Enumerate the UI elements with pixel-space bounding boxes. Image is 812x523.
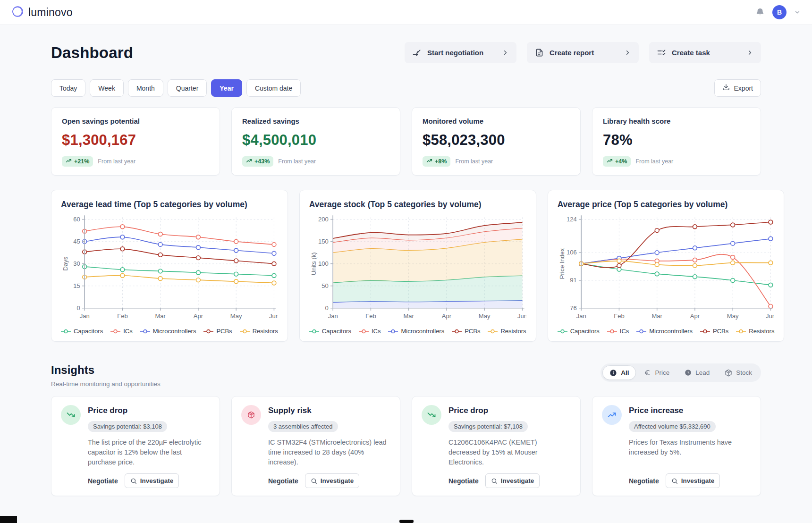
- svg-text:45: 45: [73, 238, 80, 245]
- svg-text:0: 0: [325, 304, 328, 312]
- brand-name: luminovo: [28, 6, 73, 19]
- insight-type: Price increase: [629, 406, 751, 415]
- document-icon: [534, 48, 544, 58]
- legend-item: Capacitors: [309, 328, 351, 335]
- legend-marker-icon: [110, 329, 120, 334]
- svg-text:76: 76: [570, 304, 577, 312]
- insight-badge: Affected volume $5,332,690: [629, 421, 716, 432]
- legend-marker-icon: [607, 329, 617, 334]
- legend-marker-icon: [452, 329, 462, 334]
- negotiate-button[interactable]: Negotiate: [448, 477, 479, 485]
- legend-item: PCBs: [452, 328, 480, 335]
- info-icon: [609, 369, 617, 377]
- chart-title: Average stock (Top 5 categories by volum…: [309, 200, 526, 210]
- merge-arrows-icon: [412, 48, 422, 58]
- kpi-note: From last year: [278, 158, 316, 165]
- start-negotiation-button[interactable]: Start negotiation: [405, 42, 516, 63]
- insight-card: Price drop Savings potential: $7,108 C12…: [412, 396, 581, 496]
- investigate-button[interactable]: Investigate: [485, 473, 540, 488]
- svg-text:Mar: Mar: [403, 312, 414, 320]
- insight-body: C1206C106K4PAC (KEMET) decreased by 15% …: [448, 438, 571, 467]
- insight-cards-row: Price drop Savings potential: $3,108 The…: [51, 396, 761, 496]
- filter-today[interactable]: Today: [51, 79, 85, 97]
- chevron-right-icon: [624, 49, 631, 56]
- kpi-card: Monitored volume $58,023,300 +8% From la…: [412, 107, 581, 176]
- filter-week[interactable]: Week: [90, 79, 124, 97]
- filter-year[interactable]: Year: [211, 79, 242, 97]
- chip-lead[interactable]: Lead: [677, 365, 717, 380]
- legend-marker-icon: [61, 329, 71, 334]
- chip-stock[interactable]: Stock: [718, 365, 759, 380]
- insight-card: Price increase Affected volume $5,332,69…: [592, 396, 761, 496]
- create-task-button[interactable]: Create task: [649, 42, 761, 63]
- header-actions: Start negotiation Create report Create t…: [405, 42, 761, 63]
- kpi-title: Library health score: [603, 117, 750, 125]
- trend-up-icon: [66, 158, 72, 165]
- package-icon: [241, 405, 261, 425]
- svg-text:Jan: Jan: [328, 312, 338, 320]
- page-title: Dashboard: [51, 44, 133, 62]
- chart-plot: 015304560JanFebMarAprMayJunDays: [61, 212, 278, 327]
- avatar[interactable]: B: [772, 5, 787, 19]
- svg-text:Apr: Apr: [194, 312, 203, 320]
- magnifier-icon: [671, 478, 678, 484]
- svg-text:200: 200: [318, 216, 329, 223]
- chart-plot: 7691106124JanFebMarAprMayJunPrice Index: [558, 212, 775, 327]
- legend-item: PCBs: [700, 328, 728, 335]
- chart-legend: Capacitors ICs Microcontrollers PCBs Res…: [309, 328, 526, 335]
- filter-month[interactable]: Month: [128, 79, 163, 97]
- investigate-button[interactable]: Investigate: [305, 473, 360, 488]
- charts-row: Average lead time (Top 5 categories by v…: [51, 190, 761, 342]
- legend-marker-icon: [240, 329, 250, 334]
- kpi-card: Open savings potential $1,300,167 +21% F…: [51, 107, 220, 176]
- chart-card: Average stock (Top 5 categories by volum…: [299, 190, 536, 342]
- chart-title: Average lead time (Top 5 categories by v…: [61, 200, 278, 210]
- chart-legend: Capacitors ICs Microcontrollers PCBs Res…: [61, 328, 278, 335]
- package-icon: [725, 369, 732, 377]
- notifications-bell-icon[interactable]: [755, 8, 765, 17]
- kpi-note: From last year: [635, 158, 673, 165]
- svg-text:Jan: Jan: [576, 312, 586, 320]
- create-report-button[interactable]: Create report: [527, 42, 639, 63]
- legend-marker-icon: [488, 329, 498, 334]
- svg-text:91: 91: [570, 277, 577, 284]
- kpi-card: Realized savings $4,500,010 +43% From la…: [231, 107, 400, 176]
- legend-item: PCBs: [203, 328, 232, 335]
- svg-text:Feb: Feb: [365, 312, 376, 320]
- svg-text:Jun: Jun: [269, 312, 278, 320]
- negotiate-button[interactable]: Negotiate: [88, 477, 118, 485]
- chevron-down-icon[interactable]: [794, 9, 801, 16]
- negotiate-button[interactable]: Negotiate: [268, 477, 298, 485]
- filter-quarter[interactable]: Quarter: [168, 79, 207, 97]
- legend-item: Resistors: [488, 328, 526, 335]
- insight-badge: Savings potential: $7,108: [448, 421, 528, 432]
- legend-item: Microcontrollers: [636, 328, 693, 335]
- legend-marker-icon: [359, 329, 369, 334]
- chip-price[interactable]: Price: [637, 365, 677, 380]
- delta-badge: +4%: [603, 156, 631, 167]
- insight-card: Supply risk 3 assemblies affected IC STM…: [231, 396, 400, 496]
- legend-marker-icon: [636, 329, 646, 334]
- task-list-icon: [657, 48, 666, 58]
- screenshot-artifact: [399, 520, 414, 523]
- legend-marker-icon: [558, 329, 567, 334]
- negotiate-button[interactable]: Negotiate: [629, 477, 659, 485]
- svg-text:Mar: Mar: [651, 312, 662, 320]
- chip-all[interactable]: All: [602, 365, 636, 380]
- svg-text:124: 124: [567, 216, 577, 223]
- chart-title: Average price (Top 5 categories by volum…: [558, 200, 775, 210]
- screenshot-artifact: [0, 516, 17, 523]
- svg-text:50: 50: [321, 282, 329, 289]
- investigate-button[interactable]: Investigate: [666, 473, 720, 488]
- export-button[interactable]: Export: [714, 79, 761, 97]
- legend-item: Resistors: [240, 328, 278, 335]
- chart-plot: 050100150200JanFebMarAprMayJunUnits (k): [309, 212, 526, 327]
- legend-marker-icon: [388, 329, 398, 334]
- legend-item: ICs: [110, 328, 133, 335]
- svg-text:30: 30: [73, 260, 80, 267]
- filter-custom-date[interactable]: Custom date: [246, 79, 301, 97]
- legend-item: Capacitors: [558, 328, 600, 335]
- kpi-card: Library health score 78% +4% From last y…: [592, 107, 761, 176]
- investigate-button[interactable]: Investigate: [125, 473, 179, 488]
- svg-text:Units (k): Units (k): [310, 252, 317, 275]
